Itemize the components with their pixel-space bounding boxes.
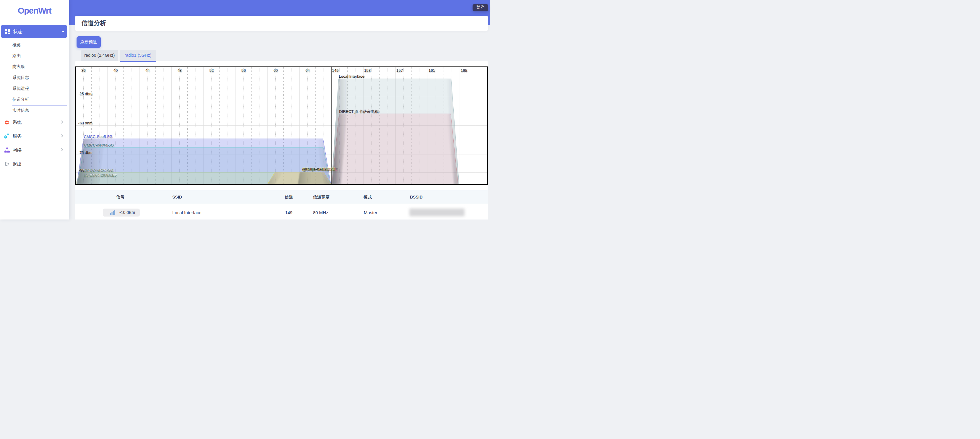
svg-text:CMCC-wRX4-5G: CMCC-wRX4-5G bbox=[83, 168, 113, 173]
svg-text:44: 44 bbox=[145, 68, 150, 73]
svg-text:@Ruijie-bAB2C:2E: @Ruijie-bAB2C:2E bbox=[302, 167, 336, 171]
svg-text:52: 52 bbox=[209, 68, 214, 73]
svg-text:153: 153 bbox=[364, 68, 371, 73]
svg-text:149: 149 bbox=[332, 68, 338, 73]
svg-text:-25 dbm: -25 dbm bbox=[78, 92, 92, 96]
svg-text:157: 157 bbox=[396, 68, 403, 73]
svg-text:-75 dbm: -75 dbm bbox=[78, 150, 92, 154]
svg-text:-50 dbm: -50 dbm bbox=[78, 121, 92, 125]
svg-text:1C:E5:04:29:9A:E5: 1C:E5:04:29:9A:E5 bbox=[83, 173, 117, 178]
svg-text:48: 48 bbox=[177, 68, 182, 73]
svg-text:Local Interface: Local Interface bbox=[339, 74, 364, 78]
svg-text:36: 36 bbox=[81, 68, 86, 73]
svg-text:56: 56 bbox=[241, 68, 246, 73]
svg-text:64: 64 bbox=[305, 68, 310, 73]
svg-text:40: 40 bbox=[113, 68, 118, 73]
svg-text:161: 161 bbox=[428, 68, 435, 73]
svg-text:165: 165 bbox=[460, 68, 467, 73]
svg-text:CMCC-See5-5G: CMCC-See5-5G bbox=[84, 134, 112, 138]
svg-text:DIRECT-j5-卡萨帝电视: DIRECT-j5-卡萨帝电视 bbox=[339, 109, 378, 113]
svg-text:60: 60 bbox=[274, 68, 278, 73]
svg-text:CMCC-wRX4-5G: CMCC-wRX4-5G bbox=[84, 143, 114, 148]
